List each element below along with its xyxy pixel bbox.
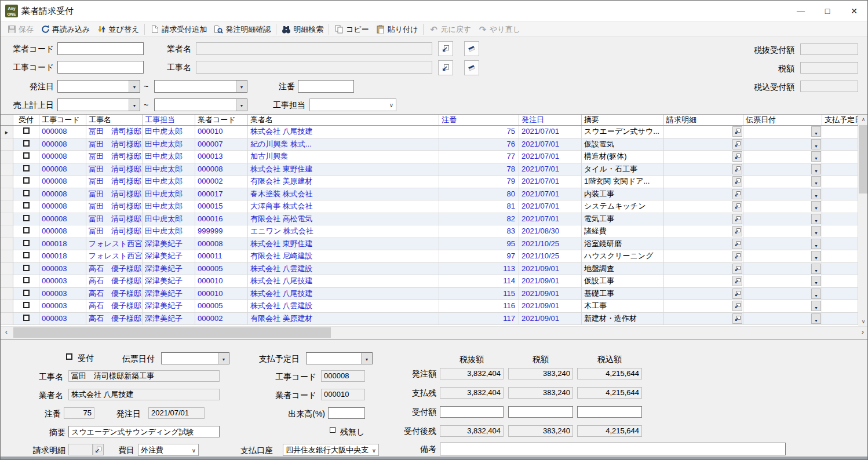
cell-payment-due-date[interactable]: [822, 176, 858, 188]
cell-gyousha-name[interactable]: 有限会社 美原建材: [248, 176, 439, 188]
column-header-1[interactable]: 受付: [13, 115, 39, 125]
cell-tekiyou[interactable]: 構造材(躯体): [582, 151, 664, 163]
cell-tantou[interactable]: 田中虎太郎: [143, 126, 195, 138]
cell-kouji-name[interactable]: 高石 優子様邸新...: [86, 313, 143, 326]
cell-denpyo-date[interactable]: [743, 188, 822, 201]
cell-seikyu-meisai[interactable]: [664, 200, 743, 213]
cell-kouji-name[interactable]: フォレスト西宮壱番...: [86, 250, 143, 263]
cell-hacchubi[interactable]: 2021/08/30: [519, 225, 582, 238]
vertical-scrollbar[interactable]: ∧ ∨: [858, 115, 868, 327]
cell-tekiyou[interactable]: スウエーデン式サウ...: [582, 126, 664, 138]
cell-chuban[interactable]: 83: [439, 225, 519, 238]
cell-kouji-code[interactable]: 000003: [39, 313, 86, 326]
detail-summary-input[interactable]: スウエーデン式サウンディング試験: [68, 426, 220, 437]
cell-tantou[interactable]: 田中虎太郎: [143, 138, 195, 151]
cell-gyousha-code[interactable]: 000002: [195, 176, 248, 188]
cell-gyousha-code[interactable]: 000005: [195, 300, 248, 313]
cell-gyousha-name[interactable]: 株式会社 東野住建: [248, 238, 439, 251]
column-header-8[interactable]: 発注日: [519, 115, 582, 125]
row-uketsuke-checkbox[interactable]: [23, 290, 30, 296]
cell-kouji-name[interactable]: 高石 優子様邸新...: [86, 275, 143, 288]
row-selector[interactable]: [1, 200, 13, 213]
cell-payment-due-date[interactable]: [822, 288, 858, 301]
column-header-10[interactable]: 請求明細: [664, 115, 743, 125]
cell-tantou[interactable]: 深津美紀子: [143, 300, 195, 313]
cell-hacchubi[interactable]: 2021/07/01: [519, 176, 582, 188]
cell-payment-due-date[interactable]: [822, 188, 858, 201]
cell-gyousha-name[interactable]: 有限会社 美原建材: [248, 313, 439, 326]
horizontal-scrollbar-thumb[interactable]: [13, 327, 331, 338]
amount-field[interactable]: [440, 406, 504, 418]
payment-account-combo[interactable]: 四井住友銀行大阪中央支: [283, 444, 379, 456]
slip-date-dropdown-icon[interactable]: [811, 139, 821, 149]
cell-denpyo-date[interactable]: [743, 213, 822, 226]
dropdown-arrow-icon[interactable]: [236, 81, 247, 92]
cell-gyousha-code[interactable]: 000005: [195, 263, 248, 276]
project-manager-combo[interactable]: [309, 98, 396, 111]
cell-kouji-name[interactable]: フォレスト西宮壱番...: [86, 238, 143, 251]
vendor-lookup-button[interactable]: [438, 41, 453, 56]
cell-gyousha-code[interactable]: 000013: [195, 151, 248, 163]
dropdown-arrow-icon[interactable]: [129, 99, 140, 111]
slip-date-dropdown-icon[interactable]: [811, 201, 821, 211]
cell-gyousha-code[interactable]: 000002: [195, 313, 248, 326]
cell-hacchubi[interactable]: 2021/07/01: [519, 151, 582, 163]
cell-tantou[interactable]: 深津美紀子: [143, 275, 195, 288]
cell-hacchubi[interactable]: 2021/09/01: [519, 288, 582, 301]
slip-date-dropdown-icon[interactable]: [811, 214, 821, 224]
column-header-9[interactable]: 摘要: [582, 115, 664, 125]
cell-payment-due-date[interactable]: [822, 213, 858, 226]
row-selector[interactable]: [1, 151, 13, 163]
row-selector[interactable]: [1, 263, 13, 276]
cell-hacchubi[interactable]: 2021/07/01: [519, 126, 582, 138]
slip-date-dropdown-icon[interactable]: [811, 151, 821, 162]
cell-tantou[interactable]: 田中虎太郎: [143, 225, 195, 238]
row-selector[interactable]: [1, 250, 13, 263]
cell-denpyo-date[interactable]: [743, 288, 822, 301]
cell-chuban[interactable]: 75: [439, 126, 519, 138]
row-uketsuke-checkbox[interactable]: [23, 127, 30, 134]
row-selector[interactable]: [1, 300, 13, 313]
cell-chuban[interactable]: 116: [439, 300, 519, 313]
cell-seikyu-meisai[interactable]: [664, 288, 743, 301]
cell-payment-due-date[interactable]: [822, 151, 858, 163]
column-header-7[interactable]: 注番: [439, 115, 519, 125]
maximize-button[interactable]: □: [814, 1, 841, 21]
cell-payment-due-date[interactable]: [822, 275, 858, 288]
vendor-code-input[interactable]: [57, 42, 144, 55]
cell-denpyo-date[interactable]: [743, 250, 822, 263]
cell-denpyo-date[interactable]: [743, 151, 822, 163]
cell-tantou[interactable]: 田中虎太郎: [143, 188, 195, 201]
scroll-left-icon[interactable]: ‹: [1, 327, 12, 338]
cell-gyousha-code[interactable]: 000015: [195, 200, 248, 213]
toolbar-order-detail-confirm-button[interactable]: 発注明細確認: [210, 23, 274, 36]
dropdown-arrow-icon[interactable]: [129, 81, 140, 92]
cell-denpyo-date[interactable]: [743, 300, 822, 313]
sales-date-to-combo[interactable]: [154, 98, 247, 111]
cell-chuban[interactable]: 79: [439, 176, 519, 188]
column-header-12[interactable]: 支払予定日: [822, 115, 858, 125]
cell-kouji-code[interactable]: 000008: [39, 126, 86, 138]
horizontal-scrollbar[interactable]: ‹ ›: [1, 326, 868, 338]
row-uketsuke-checkbox[interactable]: [23, 215, 30, 221]
toolbar-detail-search-button[interactable]: 明細検索: [278, 23, 327, 36]
cell-gyousha-name[interactable]: 加古川興業: [248, 151, 439, 163]
cell-kouji-name[interactable]: 高石 優子様邸新...: [86, 263, 143, 276]
cell-tantou[interactable]: 深津美紀子: [143, 238, 195, 251]
cell-denpyo-date[interactable]: [743, 313, 822, 326]
row-selector[interactable]: [1, 138, 13, 151]
cell-hacchubi[interactable]: 2021/07/01: [519, 200, 582, 213]
slip-date-dropdown-icon[interactable]: [811, 226, 821, 236]
cell-hacchubi[interactable]: 2021/09/01: [519, 275, 582, 288]
cell-denpyo-date[interactable]: [743, 238, 822, 251]
row-uketsuke-checkbox[interactable]: [23, 190, 30, 196]
cell-kouji-name[interactable]: 高石 優子様邸新...: [86, 288, 143, 301]
row-selector[interactable]: [1, 288, 13, 301]
cell-tantou[interactable]: 深津美紀子: [143, 263, 195, 276]
cell-kouji-name[interactable]: 冨田 清司様邸新...: [86, 213, 143, 226]
cell-gyousha-name[interactable]: 有限会社 高松電気: [248, 213, 439, 226]
cell-kouji-name[interactable]: 高石 優子様邸新...: [86, 300, 143, 313]
invoice-detail-lookup-button[interactable]: [732, 226, 742, 236]
cell-kouji-code[interactable]: 000003: [39, 288, 86, 301]
cell-chuban[interactable]: 77: [439, 151, 519, 163]
